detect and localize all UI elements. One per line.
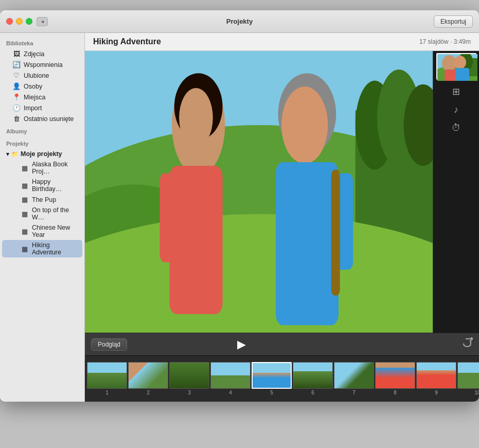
svg-rect-12	[160, 174, 180, 263]
sidebar-item-label: Alaska Book Proj…	[32, 161, 76, 175]
svg-rect-23	[445, 70, 456, 81]
film-thumb-1[interactable]	[87, 362, 127, 389]
slideshow-icon: ▦	[21, 228, 29, 235]
film-thumb-5[interactable]	[252, 362, 292, 389]
sidebar-item-chineseny[interactable]: ▦ Chinese New Year	[2, 222, 82, 240]
chevron-down-icon: ▾	[6, 151, 9, 158]
film-num-6: 6	[311, 390, 314, 395]
project-meta: 17 slajdów · 3:49m	[419, 38, 471, 45]
maximize-button[interactable]	[26, 18, 32, 25]
film-thumb-2[interactable]	[128, 362, 168, 389]
svg-point-24	[454, 56, 466, 69]
preview-area: ⊞ ♪ ⏱	[85, 51, 479, 333]
share-button[interactable]	[462, 337, 473, 351]
right-panel: ⊞ ♪ ⏱	[433, 51, 479, 333]
trash-icon: 🗑	[12, 115, 21, 123]
main-photo[interactable]	[85, 51, 433, 333]
play-button[interactable]: ▶	[237, 338, 246, 351]
sidebar-item-zdjecia[interactable]: 🖼 Zdjęcia	[2, 48, 82, 59]
sidebar-item-label: Import	[24, 105, 42, 112]
minimize-button[interactable]	[16, 18, 23, 25]
film-thumb-7[interactable]	[334, 362, 374, 389]
layout-icon[interactable]: ⊞	[452, 86, 460, 97]
film-num-2: 2	[147, 390, 150, 395]
collapse-sidebar-button[interactable]: ◂	[37, 17, 48, 26]
sidebar-item-wspomnienia[interactable]: 🔄 Wspomnienia	[2, 59, 82, 70]
sidebar-item-thepup[interactable]: ▦ The Pup	[2, 194, 82, 205]
photos-icon: 🖼	[12, 50, 21, 58]
film-thumb-10[interactable]	[457, 362, 479, 389]
slideshow-icon: ▦	[21, 182, 29, 189]
svg-rect-17	[331, 169, 340, 296]
content-area: Biblioteka 🖼 Zdjęcia 🔄 Wspomnienia ♡ Ulu…	[0, 33, 479, 402]
film-num-9: 9	[435, 390, 438, 395]
film-frame-4[interactable]: 4	[210, 362, 251, 395]
timer-icon[interactable]: ⏱	[452, 123, 461, 133]
slideshow-icon: ▦	[21, 210, 29, 218]
svg-rect-25	[456, 68, 469, 81]
film-frame-7[interactable]: 7	[334, 362, 374, 395]
project-header: Hiking Adventure 17 slajdów · 3:49m	[85, 33, 479, 51]
traffic-lights	[6, 18, 32, 25]
sidebar-item-ulubione[interactable]: ♡ Ulubione	[2, 70, 82, 81]
filmstrip[interactable]: 1 2 3 4 5	[85, 355, 479, 402]
film-num-8: 8	[394, 390, 397, 395]
film-thumb-3[interactable]	[169, 362, 209, 389]
titlebar: ◂ Projekty Eksportuj	[0, 10, 479, 33]
sidebar-item-import[interactable]: 🕐 Import	[2, 102, 82, 113]
film-num-10: 10	[474, 390, 479, 395]
sidebar-item-hiking[interactable]: ▦ Hiking Adventure	[2, 240, 82, 257]
people-icon: 👤	[12, 82, 21, 90]
close-button[interactable]	[6, 18, 13, 25]
slideshow-icon: ▦	[21, 196, 29, 203]
film-num-3: 3	[188, 390, 191, 395]
sidebar-item-label: Wspomnienia	[24, 61, 63, 68]
export-button[interactable]: Eksportuj	[434, 15, 473, 28]
sidebar-item-label: Miejsca	[24, 94, 45, 101]
film-frame-9[interactable]: 9	[416, 362, 456, 395]
places-icon: 📍	[12, 93, 21, 101]
svg-point-10	[179, 88, 213, 147]
film-thumb-6[interactable]	[293, 362, 333, 389]
current-slide-thumbnail[interactable]	[436, 53, 476, 80]
film-frame-5[interactable]: 5	[252, 362, 292, 395]
film-thumb-8[interactable]	[375, 362, 415, 389]
import-icon: 🕐	[12, 104, 21, 112]
film-frame-10[interactable]: 10	[457, 362, 479, 395]
film-frame-8[interactable]: 8	[375, 362, 415, 395]
film-num-1: 1	[105, 390, 109, 395]
slideshow-icon: ▦	[21, 164, 29, 172]
film-frame-2[interactable]: 2	[128, 362, 168, 395]
sidebar-item-label: The Pup	[32, 196, 56, 203]
sidebar-item-miejsca[interactable]: 📍 Miejsca	[2, 92, 82, 102]
film-thumb-4[interactable]	[210, 362, 251, 389]
main-panel: Hiking Adventure 17 slajdów · 3:49m	[85, 33, 479, 402]
sidebar-item-birthday[interactable]: ▦ Happy Birthday…	[2, 177, 82, 194]
film-num-5: 5	[270, 390, 273, 395]
photo-svg	[85, 51, 433, 333]
sidebar-item-osoby[interactable]: 👤 Osoby	[2, 81, 82, 92]
film-frame-3[interactable]: 3	[169, 362, 209, 395]
sidebar-item-label: Happy Birthday…	[32, 178, 76, 193]
sidebar-item-label: Ostatnio usunięte	[24, 115, 74, 123]
svg-point-14	[281, 87, 328, 164]
preview-button[interactable]: Podgląd	[91, 338, 127, 351]
favorites-icon: ♡	[12, 72, 21, 79]
sidebar-item-deleted[interactable]: 🗑 Ostatnio usunięte	[2, 113, 82, 124]
sidebar-item-alaska[interactable]: ▦ Alaska Book Proj…	[2, 159, 82, 177]
music-icon[interactable]: ♪	[454, 105, 458, 115]
sidebar-item-label: Osoby	[24, 83, 42, 90]
project-title: Hiking Adventure	[93, 37, 161, 46]
sidebar-item-label: Zdjęcia	[24, 50, 44, 58]
film-thumb-9[interactable]	[416, 362, 456, 389]
film-frame-6[interactable]: 6	[293, 362, 333, 395]
sidebar-item-ontop[interactable]: ▦ On top of the W…	[2, 205, 82, 222]
svg-point-7	[85, 214, 433, 333]
sidebar-item-label: Ulubione	[24, 72, 49, 79]
film-frame-1[interactable]: 1	[87, 362, 127, 395]
my-projects-group[interactable]: ▾ 📁 Moje projekty	[2, 149, 82, 159]
controls-bar: Podgląd ▶	[85, 333, 479, 355]
albums-section-label: Albumy	[0, 124, 84, 136]
projects-section-label: Projekty	[0, 136, 84, 149]
sidebar-item-label: Chinese New Year	[32, 224, 76, 238]
